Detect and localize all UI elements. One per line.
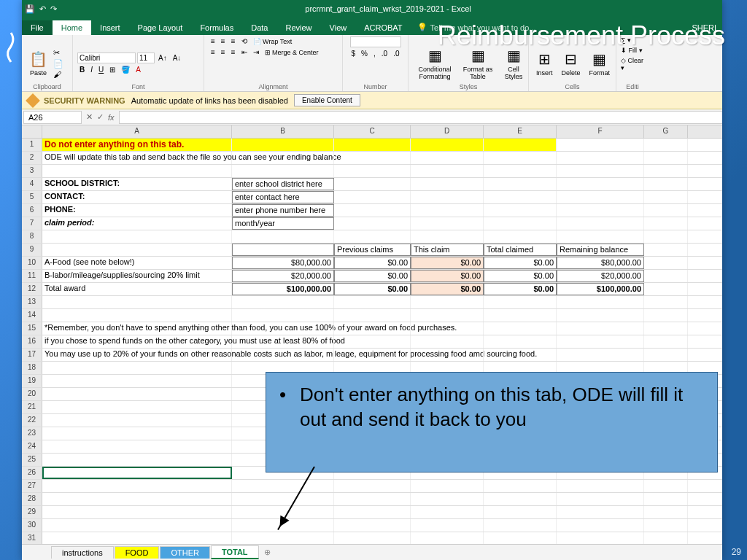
cell[interactable] [232, 139, 334, 151]
cell[interactable] [411, 296, 484, 308]
cell[interactable] [232, 335, 334, 348]
cell[interactable] [644, 257, 688, 269]
cell[interactable] [411, 335, 484, 348]
border-button[interactable]: ⊞ [107, 65, 117, 74]
cell[interactable] [334, 230, 411, 243]
percent-button[interactable]: % [359, 49, 370, 58]
cell[interactable] [42, 467, 232, 479]
cell[interactable] [411, 493, 484, 505]
tab-view[interactable]: View [321, 20, 356, 35]
col-header-g[interactable]: G [644, 125, 688, 138]
cell[interactable]: You may use up to 20% of your funds on o… [42, 349, 232, 361]
cell[interactable] [232, 309, 334, 322]
tab-data[interactable]: Data [242, 20, 276, 35]
formula-bar[interactable] [119, 111, 722, 124]
cell[interactable] [644, 322, 688, 335]
cell[interactable] [484, 165, 557, 177]
row-header[interactable]: 20 [22, 388, 42, 400]
cell[interactable] [484, 191, 557, 203]
cell[interactable]: $0.00 [484, 283, 557, 295]
font-size-select[interactable] [137, 52, 155, 63]
cell[interactable]: Do not enter anything on this tab. [42, 139, 232, 151]
font-color-button[interactable]: A [133, 65, 143, 74]
cell[interactable] [411, 152, 484, 164]
cell[interactable] [42, 388, 232, 400]
cell[interactable] [644, 506, 688, 518]
tab-acrobat[interactable]: ACROBAT [355, 20, 411, 35]
cell[interactable]: claim period: [42, 217, 232, 230]
row-header[interactable]: 1 [22, 139, 42, 151]
tab-insert[interactable]: Insert [91, 20, 129, 35]
cell[interactable]: enter contact here [232, 191, 334, 203]
cell[interactable] [484, 217, 557, 230]
cell[interactable] [42, 493, 232, 505]
row-header[interactable]: 22 [22, 414, 42, 427]
cell[interactable]: $0.00 [334, 270, 411, 282]
cell[interactable] [42, 401, 232, 413]
cell[interactable] [232, 152, 334, 164]
cell[interactable] [644, 191, 688, 203]
cell[interactable] [644, 230, 688, 243]
cell[interactable] [557, 532, 644, 545]
cell[interactable] [334, 152, 411, 164]
shrink-font-button[interactable]: A↓ [171, 53, 184, 63]
tab-pagelayout[interactable]: Page Layout [129, 20, 192, 35]
increase-decimal-button[interactable]: .0 [379, 49, 390, 58]
cell[interactable] [644, 335, 688, 348]
add-sheet-button[interactable]: ⊕ [264, 548, 271, 557]
cell[interactable]: $100,000.00 [232, 283, 334, 295]
cell[interactable] [411, 309, 484, 322]
align-center-button[interactable]: ≡ [219, 47, 228, 57]
cell[interactable] [644, 532, 688, 545]
cell[interactable]: $0.00 [411, 270, 484, 282]
cell[interactable] [232, 349, 334, 361]
tab-review[interactable]: Review [276, 20, 320, 35]
cell[interactable]: $0.00 [411, 283, 484, 295]
cell[interactable] [557, 152, 644, 164]
cell[interactable] [557, 493, 644, 505]
cell[interactable] [334, 322, 411, 335]
cell[interactable] [644, 217, 688, 230]
cell[interactable] [411, 191, 484, 203]
wrap-text-button[interactable]: 📄 Wrap Text [251, 37, 295, 46]
cell[interactable] [411, 178, 484, 190]
cell[interactable]: *Remember, you don't have to spend anyth… [42, 322, 232, 335]
cell[interactable] [644, 309, 688, 322]
cell[interactable] [42, 454, 232, 466]
cell[interactable] [42, 244, 232, 256]
number-format-select[interactable] [350, 36, 401, 47]
row-header[interactable]: 16 [22, 335, 42, 348]
row-header[interactable]: 21 [22, 401, 42, 413]
cell[interactable] [42, 519, 232, 532]
cell[interactable] [411, 532, 484, 545]
cell[interactable] [411, 349, 484, 361]
cell[interactable] [334, 335, 411, 348]
cell[interactable] [644, 519, 688, 532]
row-header[interactable]: 10 [22, 257, 42, 269]
cell[interactable] [644, 165, 688, 177]
increase-indent-button[interactable]: ⇥ [251, 47, 261, 57]
col-header-f[interactable]: F [557, 125, 644, 138]
cell[interactable] [644, 283, 688, 295]
row-header[interactable]: 29 [22, 506, 42, 518]
row-header[interactable]: 15 [22, 322, 42, 335]
cell[interactable] [484, 532, 557, 545]
tab-home[interactable]: Home [53, 20, 91, 35]
cell[interactable] [557, 217, 644, 230]
cell[interactable] [232, 532, 334, 545]
cell[interactable] [334, 493, 411, 505]
underline-button[interactable]: U [96, 65, 106, 74]
name-box[interactable] [23, 111, 82, 124]
cell[interactable]: SCHOOL DISTRICT: [42, 178, 232, 190]
cell[interactable] [334, 532, 411, 545]
cell[interactable]: $100,000.00 [557, 283, 644, 295]
redo-icon[interactable]: ↷ [50, 4, 57, 14]
cell[interactable] [334, 191, 411, 203]
align-top-button[interactable]: ≡ [209, 36, 217, 46]
row-header[interactable]: 25 [22, 454, 42, 466]
cell[interactable] [557, 139, 644, 151]
cell[interactable]: B-labor/mileage/supplies/sourcing 20% li… [42, 270, 232, 282]
cell[interactable]: $80,000.00 [232, 257, 334, 269]
cell[interactable] [334, 178, 411, 190]
align-right-button[interactable]: ≡ [229, 47, 238, 57]
